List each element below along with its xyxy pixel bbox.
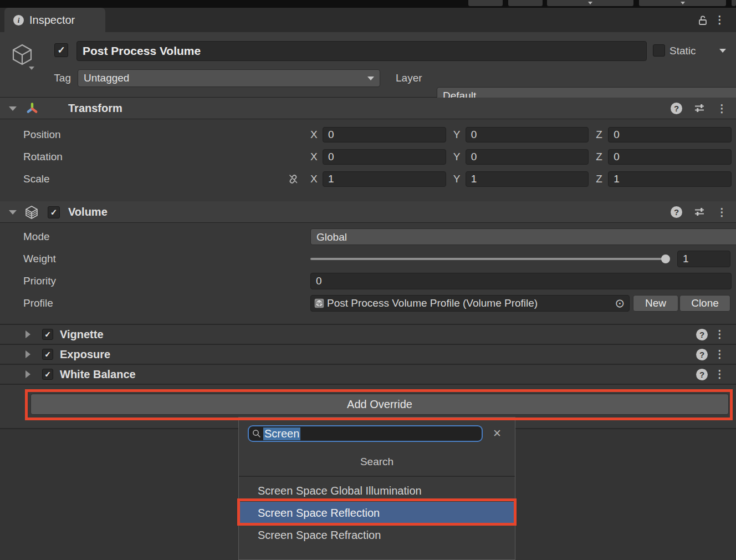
rotation-z-field[interactable]: 0 [608,149,732,165]
slider-handle[interactable] [661,254,670,263]
transform-title: Transform [68,98,122,119]
override-checkbox[interactable]: ✓ [42,349,53,360]
check-icon: ✓ [57,44,65,56]
override-label: Vignette [60,325,104,344]
foldout-closed-icon[interactable] [25,330,30,338]
search-input[interactable]: Screen [248,425,483,442]
position-z-field[interactable]: 0 [608,127,732,142]
gameobject-cube-icon[interactable] [10,42,34,67]
position-row: Position X 0 Y 0 Z 0 [0,127,736,142]
position-x-field[interactable]: 0 [323,127,446,142]
search-input-value: Screen [263,427,300,440]
foldout-closed-icon[interactable] [25,370,30,378]
gameobject-icon-caret[interactable] [29,67,34,70]
info-icon: i [13,15,24,26]
tab-inspector[interactable]: i Inspector [4,8,105,32]
result-item[interactable]: Screen Space Refraction [239,524,515,546]
unlock-icon[interactable] [697,14,708,26]
mode-value: Global [311,229,736,246]
kebab-menu-icon[interactable]: ⋮ [717,206,727,218]
object-picker-icon[interactable]: ⊙ [615,296,625,311]
check-icon: ✓ [44,370,51,379]
mode-dropdown[interactable]: Global [310,228,736,245]
weight-slider[interactable] [310,251,668,267]
gameobject-name-field[interactable]: Post Process Volume [76,41,647,61]
clone-button[interactable]: Clone [679,295,730,312]
profile-label: Profile [23,295,53,312]
volume-header[interactable]: ✓ Volume ? ⋮ [0,201,736,223]
profile-row: Profile Post Process Volume Profile (Vol… [0,295,736,312]
add-override-popup: Screen ✕ Search Screen Space Global Illu… [238,417,515,560]
tag-label: Tag [47,69,71,87]
priority-field[interactable]: 0 [310,273,732,289]
presets-icon[interactable] [694,103,705,113]
foldout-open-icon[interactable] [9,210,17,215]
foldout-closed-icon[interactable] [25,350,30,358]
rotation-row: Rotation X 0 Y 0 Z 0 [0,149,736,165]
kebab-menu-icon[interactable]: ⋮ [714,345,725,364]
presets-icon[interactable] [694,207,705,217]
result-item[interactable]: Screen Space Global Illumination [239,480,515,502]
result-item-selected[interactable]: Screen Space Reflection [239,502,515,524]
scale-x-field[interactable]: 1 [323,171,446,187]
override-row-white-balance[interactable]: ✓ White Balance ? ⋮ [0,364,736,385]
scale-y-field[interactable]: 1 [466,171,589,187]
help-icon[interactable]: ? [671,103,682,114]
toolbar-button[interactable] [732,0,736,6]
toolbar-dropdown-button[interactable] [547,0,633,6]
clear-search-icon[interactable]: ✕ [493,427,502,440]
add-override-button[interactable]: Add Override [30,394,729,415]
weight-row: Weight 1 [0,251,736,267]
static-dropdown-caret[interactable] [719,49,726,53]
gameobject-name: Post Process Volume [77,42,646,60]
toolbar-dropdown-button[interactable] [639,0,726,6]
toolbar-button[interactable] [468,0,503,6]
help-icon[interactable]: ? [696,349,708,360]
override-label: White Balance [60,365,136,384]
override-row-vignette[interactable]: ✓ Vignette ? ⋮ [0,324,736,344]
profile-object-field[interactable]: Post Process Volume Profile (Volume Prof… [310,295,630,312]
slider-track[interactable] [310,258,668,260]
override-checkbox[interactable]: ✓ [42,369,53,380]
mode-row: Mode Global [0,228,736,245]
scale-row: Scale X 1 Y 1 Z 1 [0,171,736,187]
chevron-down-icon [588,2,592,4]
check-icon: ✓ [50,207,58,217]
tag-dropdown[interactable]: Untagged [78,69,380,87]
axis-x-label: X [310,173,318,185]
gameobject-enabled-checkbox[interactable]: ✓ [54,43,68,57]
help-icon[interactable]: ? [696,329,708,340]
foldout-open-icon[interactable] [9,106,17,111]
transform-header[interactable]: Transform ? ⋮ [0,98,736,119]
rotation-x-field[interactable]: 0 [323,149,446,165]
scale-label: Scale [23,171,50,187]
priority-row: Priority 0 [0,273,736,289]
weight-label: Weight [23,251,56,267]
weight-value-field[interactable]: 1 [677,251,730,267]
position-y-field[interactable]: 0 [466,127,589,142]
check-icon: ✓ [44,330,51,339]
unlinked-scale-icon[interactable] [287,173,299,185]
tab-title: Inspector [29,14,75,27]
toolbar-button[interactable] [508,0,543,6]
kebab-menu-icon[interactable]: ⋮ [714,365,725,384]
override-row-exposure[interactable]: ✓ Exposure ? ⋮ [0,344,736,364]
axis-y-label: Y [453,173,461,185]
axis-z-label: Z [596,151,604,163]
kebab-menu-icon[interactable]: ⋮ [714,325,725,344]
help-icon[interactable]: ? [671,206,682,218]
search-icon [252,429,261,438]
volume-enabled-checkbox[interactable]: ✓ [48,206,60,218]
position-label: Position [23,127,61,142]
popup-divider [239,476,515,477]
rotation-label: Rotation [23,149,63,165]
scale-z-field[interactable]: 1 [608,171,732,187]
static-checkbox[interactable] [653,44,665,57]
override-checkbox[interactable]: ✓ [42,329,53,340]
kebab-menu-icon[interactable]: ⋮ [717,102,727,115]
rotation-y-field[interactable]: 0 [466,149,589,165]
kebab-menu-icon[interactable]: ⋮ [714,8,725,32]
axis-x-label: X [310,129,318,141]
new-button[interactable]: New [633,295,678,312]
help-icon[interactable]: ? [696,369,708,380]
